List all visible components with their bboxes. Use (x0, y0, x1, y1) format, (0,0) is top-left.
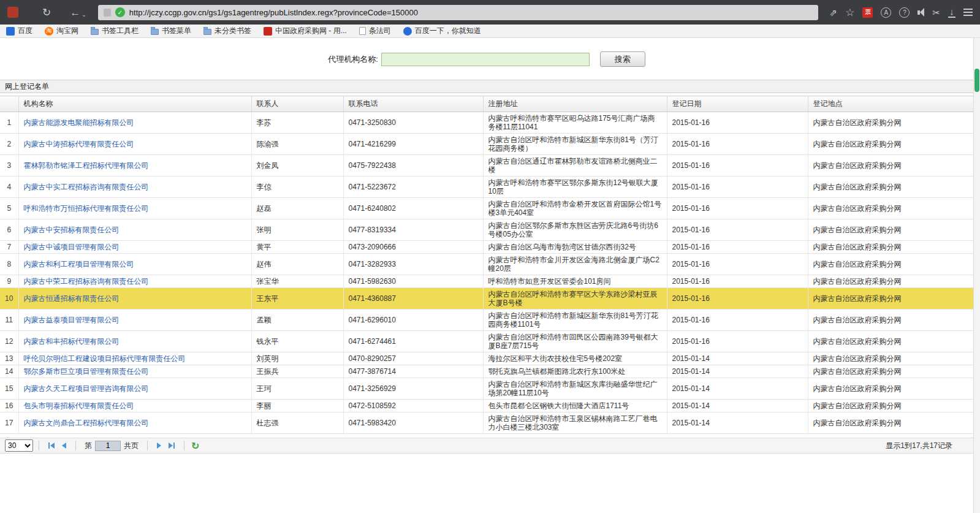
contact-cell: 王振兵 (251, 365, 343, 378)
letter-a-icon[interactable]: A (881, 7, 891, 18)
column-header[interactable]: 登记日期 (667, 96, 808, 112)
phone-cell: 0472-5108592 (343, 400, 483, 412)
agency-name-cell: 内蒙古中安招标有限责任公司 (18, 219, 251, 241)
agency-name-link[interactable]: 内蒙古中安招标有限责任公司 (24, 226, 120, 234)
download-icon[interactable]: ↓ (948, 7, 955, 18)
table-row[interactable]: 16 包头市明泰招标代理有限责任公司 李丽 0472-5108592 包头市昆都… (0, 400, 973, 412)
date-cell: 2015-01-16 (667, 219, 808, 241)
bookmark-item[interactable]: 百度 (6, 26, 32, 36)
agency-name-link[interactable]: 内蒙古能源发电聚能招标有限公司 (24, 118, 134, 127)
last-page-button[interactable] (169, 443, 175, 449)
table-row[interactable]: 7 内蒙古中诚项目管理有限公司 黄平 0473-2090666 内蒙古自治区乌海… (0, 241, 973, 254)
table-row[interactable]: 14 鄂尔多斯市巨立项目管理有限责任公司 王振兵 0477-3876714 鄂托… (0, 365, 973, 378)
table-row[interactable]: 12 内蒙古和丰招标代理有限公司 钱永平 0471-6274461 内蒙古自治区… (0, 331, 973, 352)
scissors-icon[interactable]: ✂ (932, 8, 940, 17)
scrollbar-track[interactable] (973, 38, 980, 513)
agency-name-link[interactable]: 内蒙古和丰招标代理有限公司 (24, 337, 120, 346)
row-number-cell: 15 (0, 378, 18, 400)
speaker-icon[interactable] (917, 8, 924, 17)
table-row[interactable]: 5 呼和浩特市万恒招标代理有限责任公司 赵磊 0471-6240802 内蒙古自… (0, 198, 973, 219)
column-header[interactable]: 联系电话 (343, 96, 483, 112)
reload-grid-icon[interactable]: ↻ (191, 440, 199, 452)
table-row[interactable]: 4 内蒙古中实工程招标咨询有限责任公司 李倞 0471-5223672 内蒙古呼… (0, 177, 973, 198)
scrollbar-thumb[interactable] (974, 69, 979, 92)
url-input[interactable] (129, 8, 813, 17)
bookmark-item[interactable]: 条法司 (359, 26, 391, 36)
first-page-button[interactable] (48, 443, 55, 449)
table-row[interactable]: 1 内蒙古能源发电聚能招标有限公司 李苏 0471-3250830 内蒙古呼和浩… (0, 112, 973, 134)
security-check-icon[interactable]: ✓ (115, 7, 125, 17)
table-row[interactable]: 15 内蒙古久天工程项目管理咨询有限公司 王珂 0471-3256929 内蒙古… (0, 378, 973, 400)
agency-name-link[interactable]: 内蒙古久天工程项目管理咨询有限公司 (24, 384, 149, 393)
search-button[interactable]: 搜索 (600, 51, 645, 67)
agency-name-link[interactable]: 包头市明泰招标代理有限责任公司 (24, 401, 134, 410)
column-header[interactable]: 机构名称 (18, 96, 251, 112)
phone-cell: 0470-8290257 (343, 352, 483, 365)
agency-name-link[interactable]: 内蒙古中实工程招标咨询有限责任公司 (24, 183, 149, 191)
agency-name-link[interactable]: 呼伦贝尔明信工程建设项目招标代理有限责任公司 (24, 354, 186, 363)
agency-name-link[interactable]: 霍林郭勒市铭泽工程招标代理有限公司 (24, 161, 149, 170)
contact-cell: 张宝华 (251, 275, 343, 288)
agency-name-link[interactable]: 内蒙古中诚项目管理有限公司 (24, 243, 120, 251)
agency-name-cell: 内蒙古中实工程招标咨询有限责任公司 (18, 177, 251, 198)
location-cell: 内蒙古自治区政府采购分网 (808, 400, 973, 412)
page-info-icon[interactable] (104, 9, 111, 17)
agency-name-link[interactable]: 内蒙古益泰项目管理有限公司 (24, 316, 120, 324)
red-extension-icon[interactable]: 票 (862, 7, 873, 18)
bookmark-item[interactable]: 百度一下，你就知道 (403, 26, 481, 36)
bookmark-item[interactable]: 书签工具栏 (91, 26, 139, 36)
pager-separator (147, 441, 148, 450)
table-row[interactable]: 6 内蒙古中安招标有限责任公司 张明 0477-8319334 内蒙古自治区鄂尔… (0, 219, 973, 241)
bookmark-item[interactable]: 中国政府采购网 - 用... (264, 26, 347, 36)
phone-cell: 0471-6296010 (343, 310, 483, 331)
share-icon[interactable]: ⇗ (830, 8, 838, 17)
page-size-select[interactable]: 30 (5, 439, 33, 452)
column-header[interactable]: 登记地点 (808, 96, 973, 112)
agency-name-link[interactable]: 内蒙古文尚鼎合工程招标代理有限公司 (24, 419, 149, 427)
phone-cell: 0473-2090666 (343, 241, 483, 254)
table-row[interactable]: 10 内蒙古恒通招标有限责任公司 王东平 0471-4360887 内蒙古自治区… (0, 288, 973, 310)
agency-name-input[interactable] (381, 53, 590, 66)
column-header[interactable]: 注册地址 (483, 96, 667, 112)
agency-name-link[interactable]: 内蒙古恒通招标有限责任公司 (24, 294, 120, 303)
agency-name-cell: 内蒙古中诚项目管理有限公司 (18, 241, 251, 254)
help-icon[interactable]: ? (899, 7, 910, 18)
agency-name-link[interactable]: 内蒙古中荣工程招标咨询有限责任公司 (24, 277, 149, 286)
location-cell: 内蒙古自治区政府采购分网 (808, 288, 973, 310)
folder-icon (203, 29, 211, 35)
row-number-cell: 11 (0, 310, 18, 331)
table-row[interactable]: 13 呼伦贝尔明信工程建设项目招标代理有限责任公司 刘英明 0470-82902… (0, 352, 973, 365)
pager-separator (39, 441, 39, 450)
agency-name-cell: 内蒙古恒通招标有限责任公司 (18, 288, 251, 310)
table-row[interactable]: 11 内蒙古益泰项目管理有限公司 孟颖 0471-6296010 内蒙古自治区呼… (0, 310, 973, 331)
red-tile-extension-icon[interactable] (7, 7, 18, 18)
table-row[interactable]: 17 内蒙古文尚鼎合工程招标代理有限公司 杜志强 0471-5983420 内蒙… (0, 412, 973, 434)
location-cell: 内蒙古自治区政府采购分网 (808, 331, 973, 352)
column-header[interactable]: 联系人 (251, 96, 343, 112)
agency-name-link[interactable]: 内蒙古和利工程项目管理有限公司 (24, 260, 134, 268)
agency-name-link[interactable]: 呼和浩特市万恒招标代理有限责任公司 (24, 204, 149, 213)
contact-cell: 赵伟 (251, 254, 343, 275)
date-cell: 2015-01-16 (667, 177, 808, 198)
bookmark-item[interactable]: 未分类书签 (203, 26, 251, 36)
bookmark-label: 百度一下，你就知道 (415, 26, 481, 36)
contact-cell: 李苏 (251, 112, 343, 134)
agency-name-link[interactable]: 内蒙古中涛招标代理有限责任公司 (24, 140, 134, 148)
location-cell: 内蒙古自治区政府采购分网 (808, 412, 973, 434)
url-bar[interactable]: ✓ (98, 5, 818, 20)
table-row[interactable]: 3 霍林郭勒市铭泽工程招标代理有限公司 刘金凤 0475-7922438 内蒙古… (0, 155, 973, 177)
bookmark-item[interactable]: 淘 淘宝网 (45, 26, 78, 36)
next-page-button[interactable] (157, 443, 161, 449)
prev-page-button[interactable] (62, 443, 66, 449)
page-number-input[interactable] (95, 441, 121, 451)
table-row[interactable]: 9 内蒙古中荣工程招标咨询有限责任公司 张宝华 0471-5982630 呼和浩… (0, 275, 973, 288)
refresh-icon[interactable]: ↻ (42, 7, 51, 18)
table-row[interactable]: 2 内蒙古中涛招标代理有限责任公司 陈渝强 0471-4216299 内蒙古自治… (0, 134, 973, 155)
agency-name-link[interactable]: 鄂尔多斯市巨立项目管理有限责任公司 (24, 367, 149, 376)
menu-icon[interactable] (963, 9, 973, 16)
bookmark-item[interactable]: 书签菜单 (151, 26, 191, 36)
row-number-cell: 10 (0, 288, 18, 310)
table-row[interactable]: 8 内蒙古和利工程项目管理有限公司 赵伟 0471-3282933 内蒙古呼和浩… (0, 254, 973, 275)
back-button[interactable]: ← ⌄ (70, 7, 86, 18)
bookmark-star-icon[interactable]: ☆ (845, 7, 854, 18)
